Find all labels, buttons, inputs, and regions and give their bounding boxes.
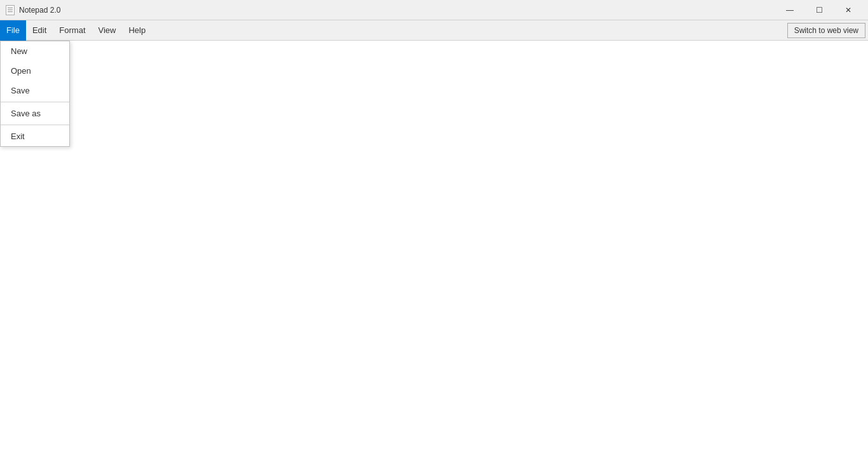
menu-item-save[interactable]: Save xyxy=(1,81,69,100)
menu-format[interactable]: Format xyxy=(53,20,92,41)
menu-item-exit[interactable]: Exit xyxy=(1,126,69,146)
window-title: Notepad 2.0 xyxy=(19,6,775,15)
minimize-button[interactable]: — xyxy=(775,0,804,20)
app-icon xyxy=(5,5,15,15)
switch-to-web-button[interactable]: Switch to web view xyxy=(787,23,865,38)
menu-separator xyxy=(1,102,69,102)
menu-item-save-as[interactable]: Save as xyxy=(1,104,69,123)
close-button[interactable]: ✕ xyxy=(834,0,863,20)
menu-bar: File Edit Format View Help Switch to web… xyxy=(0,20,868,41)
maximize-button[interactable]: ☐ xyxy=(804,0,834,20)
menu-view[interactable]: View xyxy=(92,20,123,41)
menu-separator-2 xyxy=(1,125,69,125)
window-controls: — ☐ ✕ xyxy=(775,0,863,20)
menu-help[interactable]: Help xyxy=(122,20,152,41)
menu-file[interactable]: File xyxy=(0,20,26,41)
title-bar: Notepad 2.0 — ☐ ✕ xyxy=(0,0,868,20)
main-content-area[interactable] xyxy=(0,41,868,462)
menu-item-open[interactable]: Open xyxy=(1,61,69,81)
file-dropdown-menu: New Open Save Save as Exit xyxy=(0,41,70,147)
menu-edit[interactable]: Edit xyxy=(26,20,53,41)
menu-item-new[interactable]: New xyxy=(1,41,69,61)
